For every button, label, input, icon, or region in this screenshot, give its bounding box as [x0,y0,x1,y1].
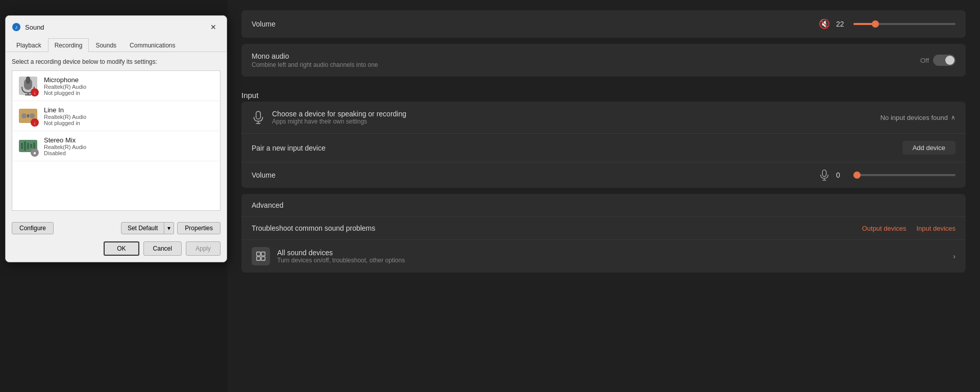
output-volume-section: Volume 🔇 22 [241,10,966,38]
dialog-tabs: Playback Recording Sounds Communications [6,38,227,52]
device-list[interactable]: ↓ Microphone Realtek(R) Audio Not plugge… [12,70,220,211]
linein-icon: ↓ [17,105,39,127]
chevron-up-icon: ∧ [951,114,955,121]
svg-rect-12 [21,143,23,149]
toggle-knob [945,56,954,65]
output-devices-link[interactable]: Output devices [862,225,906,232]
input-section-label: Input [241,83,966,102]
mono-audio-state: Off [920,57,929,64]
output-volume-thumb[interactable] [872,20,879,28]
properties-button[interactable]: Properties [177,222,220,234]
all-devices-chevron-right: › [953,252,955,260]
svg-rect-14 [27,143,29,149]
mono-audio-section: Mono audio Combine left and right audio … [241,44,966,77]
set-default-button[interactable]: Set Default [121,222,164,234]
sound-dialog: ♪ Sound ✕ Playback Recording Sounds Comm… [5,15,227,262]
svg-rect-13 [24,141,26,151]
apply-button[interactable]: Apply [186,241,220,256]
no-devices-text: No input devices found [880,114,948,121]
microphone-input-icon [252,111,265,124]
add-device-label: Pair a new input device [252,144,326,152]
all-devices-text: All sound devices Turn devices on/off, t… [277,249,405,264]
svg-rect-10 [27,114,29,117]
mono-audio-label: Mono audio [252,52,378,60]
all-devices-icon [252,247,270,265]
stereomix-status-badge: ● [31,149,39,157]
microphone-status-badge: ↓ [31,88,39,96]
stereomix-name: Stereo Mix [44,136,86,144]
microphone-name: Microphone [44,76,86,84]
troubleshoot-label: Troubleshoot common sound problems [252,224,375,232]
configure-button[interactable]: Configure [12,222,54,234]
cancel-button[interactable]: Cancel [143,241,182,256]
ok-button[interactable]: OK [104,241,139,256]
all-devices-row[interactable]: All sound devices Turn devices on/off, t… [241,240,966,273]
output-volume-fill [853,23,874,25]
mute-icon[interactable]: 🔇 [819,18,830,30]
dialog-buttons-row: Configure Set Default ▾ Properties [6,217,227,237]
svg-point-9 [30,113,35,118]
input-volume-label: Volume [252,171,276,179]
settings-panel: Volume 🔇 22 Mono audio Combine left and … [227,0,980,392]
mono-audio-row: Mono audio Combine left and right audio … [241,44,966,77]
input-volume-row: Volume 0 [241,162,966,188]
dialog-close-button[interactable]: ✕ [206,20,220,34]
svg-rect-17 [256,111,261,119]
input-device-main-text: Choose a device for speaking or recordin… [272,110,406,118]
dialog-titlebar: ♪ Sound ✕ [6,16,227,38]
output-volume-value: 22 [836,20,847,28]
all-devices-main: All sound devices [277,249,405,257]
device-item-stereomix[interactable]: ● Stereo Mix Realtek(R) Audio Disabled [12,131,220,161]
svg-rect-23 [257,252,260,256]
microphone-driver: Realtek(R) Audio [44,84,86,90]
no-devices-group[interactable]: No input devices found ∧ [880,114,955,121]
input-volume-thumb[interactable] [853,172,861,179]
microphone-status: Not plugged in [44,90,86,96]
mono-audio-toggle[interactable] [933,55,955,66]
mono-audio-text: Mono audio Combine left and right audio … [252,52,378,68]
advanced-header: Advanced [241,194,966,217]
input-devices-link[interactable]: Input devices [916,225,955,232]
input-volume-slider[interactable] [853,174,955,176]
microphone-icon: ↓ [17,75,39,96]
svg-rect-26 [261,257,265,260]
output-volume-row: Volume 🔇 22 [241,10,966,38]
recording-hint: Select a recording device below to modif… [12,58,220,65]
mono-audio-desc: Combine left and right audio channels in… [252,61,378,68]
input-device-title: Choose a device for speaking or recordin… [252,110,406,125]
tab-playback[interactable]: Playback [10,38,48,52]
add-device-button[interactable]: Add device [902,141,955,155]
tab-recording[interactable]: Recording [48,38,89,52]
linein-status: Not plugged in [44,120,86,126]
svg-rect-20 [822,170,826,177]
output-volume-slider[interactable] [853,23,955,25]
troubleshoot-links: Output devices Input devices [862,225,955,232]
input-device-sub-text: Apps might have their own settings [272,118,406,125]
dialog-title-left: ♪ Sound [12,22,44,32]
input-volume-controls: 0 [819,169,955,181]
dialog-ok-cancel: OK Cancel Apply [6,237,227,262]
input-device-header: Choose a device for speaking or recordin… [241,102,966,134]
stereomix-info: Stereo Mix Realtek(R) Audio Disabled [44,136,86,156]
svg-text:♪: ♪ [15,24,18,30]
add-device-row: Pair a new input device Add device [241,134,966,162]
linein-info: Line In Realtek(R) Audio Not plugged in [44,106,86,126]
tab-communications[interactable]: Communications [123,38,182,52]
svg-point-8 [21,113,27,118]
microphone-volume-icon [819,169,830,181]
input-volume-value: 0 [836,171,847,179]
device-item-linein[interactable]: ↓ Line In Realtek(R) Audio Not plugged i… [12,101,220,131]
set-default-arrow-button[interactable]: ▾ [164,222,174,234]
svg-rect-15 [30,144,32,148]
linein-driver: Realtek(R) Audio [44,114,86,120]
output-volume-label: Volume [252,20,276,28]
tab-sounds[interactable]: Sounds [89,38,123,52]
device-item-microphone[interactable]: ↓ Microphone Realtek(R) Audio Not plugge… [12,71,220,101]
mono-audio-toggle-group: Off [920,55,955,66]
svg-rect-4 [26,77,30,84]
all-devices-left: All sound devices Turn devices on/off, t… [252,247,405,265]
troubleshoot-row: Troubleshoot common sound problems Outpu… [241,217,966,240]
svg-rect-24 [261,252,265,256]
dialog-content: Select a recording device below to modif… [6,52,227,217]
stereomix-icon: ● [17,135,39,157]
